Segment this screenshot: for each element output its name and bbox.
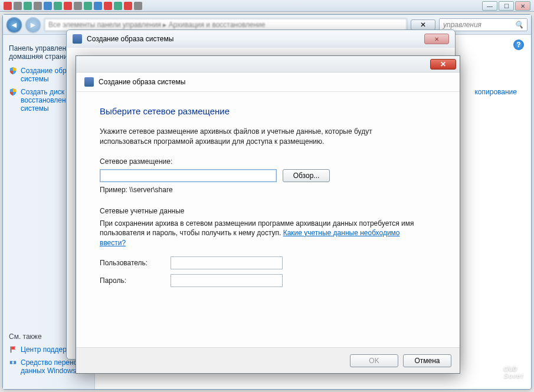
wizard-back-title: Создание образа системы (87, 35, 173, 43)
credentials-heading: Сетевые учетные данные (100, 207, 436, 215)
shield-icon (9, 88, 17, 96)
search-placeholder: управления (443, 21, 481, 29)
network-location-dialog: ✕ Создание образа системы Выберите сетев… (76, 55, 460, 374)
maximize-button[interactable]: ☐ (499, 1, 514, 11)
favicon-icon (114, 2, 122, 10)
wizard-back-titlebar: Создание образа системы ✕ (67, 30, 455, 48)
dialog-heading: Выберите сетевое размещение (100, 106, 436, 116)
search-icon: 🔍 (515, 21, 523, 29)
flag-icon (9, 345, 17, 354)
wizard-back-close-button[interactable]: ✕ (424, 34, 449, 44)
favicon-icon (4, 2, 12, 10)
network-location-input[interactable] (100, 169, 277, 182)
svg-rect-0 (11, 347, 12, 353)
favicon-icon (124, 2, 132, 10)
dialog-header: Создание образа системы (76, 73, 460, 92)
dialog-description: Укажите сетевое размещение архивных файл… (100, 127, 418, 147)
system-image-icon (73, 34, 82, 44)
favicon-icon (34, 2, 42, 10)
network-example-text: Пример: \\server\share (100, 186, 436, 194)
dialog-titlebar: ✕ (76, 56, 460, 73)
cancel-button[interactable]: Отмена (403, 354, 451, 367)
username-label: Пользователь: (100, 259, 171, 267)
favicon-icon (94, 2, 102, 10)
nav-back-button[interactable]: ◄ (6, 17, 22, 32)
username-input[interactable] (171, 256, 283, 269)
dialog-close-button[interactable]: ✕ (430, 59, 456, 70)
transfer-icon (9, 358, 17, 367)
ok-button[interactable]: OK (350, 354, 398, 367)
favicon-icon (134, 2, 142, 10)
address-close-button[interactable]: ✕ (411, 19, 435, 30)
close-button[interactable]: ✕ (515, 1, 530, 11)
password-label: Пароль: (100, 276, 171, 285)
browser-window-controls: — ☐ ✕ (482, 1, 530, 11)
nav-forward-button[interactable]: ► (25, 17, 41, 32)
content-link-backup[interactable]: копирование (474, 88, 517, 96)
credentials-description: При сохранении архива в сетевом размещен… (100, 219, 418, 248)
system-image-icon (84, 77, 94, 87)
password-input[interactable] (171, 274, 283, 287)
favicon-icon (24, 2, 32, 10)
favicon-icon (44, 2, 52, 10)
favicon-icon (14, 2, 22, 10)
browse-button[interactable]: Обзор... (283, 169, 330, 182)
dialog-title: Создание образа системы (99, 78, 185, 86)
minimize-button[interactable]: — (482, 1, 497, 11)
help-button[interactable]: ? (513, 39, 524, 50)
favicon-icon (74, 2, 82, 10)
favicon-icon (84, 2, 92, 10)
browser-tab-bar: — ☐ ✕ (0, 0, 534, 12)
dialog-footer: OK Отмена (76, 347, 460, 373)
network-location-label: Сетевое размещение: (100, 157, 436, 166)
favicon-icon (104, 2, 112, 10)
shield-icon (9, 67, 17, 75)
favicon-icon (54, 2, 62, 10)
favicon-icon (64, 2, 72, 10)
